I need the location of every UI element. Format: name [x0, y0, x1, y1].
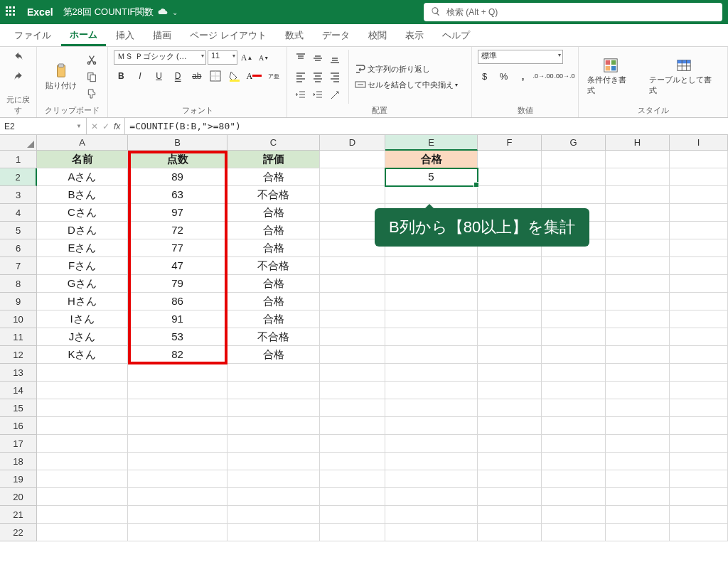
align-left-button[interactable]	[293, 69, 309, 85]
cell-A19[interactable]	[37, 470, 128, 488]
cell-D12[interactable]	[320, 346, 385, 364]
format-as-table-button[interactable]: テーブルとして書式	[646, 56, 722, 97]
align-top-button[interactable]	[293, 50, 309, 66]
cell-C10[interactable]: 合格	[228, 310, 320, 328]
row-header-22[interactable]: 22	[0, 524, 37, 541]
cell-E8[interactable]	[385, 275, 478, 293]
row-header-18[interactable]: 18	[0, 453, 37, 470]
cell-B19[interactable]	[128, 470, 228, 488]
cell-G19[interactable]	[542, 470, 606, 488]
cell-A8[interactable]: Gさん	[37, 275, 128, 293]
row-header-16[interactable]: 16	[0, 417, 37, 435]
formula-input[interactable]: =COUNTIF(B:B,">=80")	[125, 118, 728, 134]
cell-F16[interactable]	[478, 417, 542, 435]
cell-F10[interactable]	[478, 310, 542, 328]
number-format-select[interactable]: 標準	[478, 50, 563, 64]
cell-H15[interactable]	[606, 399, 670, 417]
cell-A14[interactable]	[37, 382, 128, 399]
tab-home[interactable]: ホーム	[61, 24, 106, 46]
cell-I8[interactable]	[670, 275, 728, 293]
row-header-21[interactable]: 21	[0, 506, 37, 524]
fx-icon[interactable]: fx	[114, 121, 120, 131]
underline-button[interactable]: U	[151, 68, 166, 84]
cell-B10[interactable]: 91	[128, 310, 228, 328]
column-header-D[interactable]: D	[320, 135, 385, 151]
column-header-C[interactable]: C	[228, 135, 320, 151]
font-size-select[interactable]: 11	[208, 50, 237, 65]
cell-C11[interactable]: 不合格	[228, 328, 320, 346]
row-header-12[interactable]: 12	[0, 346, 37, 364]
select-all-button[interactable]	[0, 135, 37, 151]
cell-F19[interactable]	[478, 470, 542, 488]
cell-H1[interactable]	[606, 151, 670, 168]
borders-button[interactable]	[208, 68, 223, 84]
cell-B18[interactable]	[128, 453, 228, 470]
row-header-11[interactable]: 11	[0, 328, 37, 346]
row-header-3[interactable]: 3	[0, 186, 37, 204]
cell-I10[interactable]	[670, 310, 728, 328]
cell-B21[interactable]	[128, 506, 228, 524]
cell-B9[interactable]: 86	[128, 293, 228, 310]
cell-D20[interactable]	[320, 488, 385, 506]
row-header-20[interactable]: 20	[0, 488, 37, 506]
cell-F9[interactable]	[478, 293, 542, 310]
cell-I13[interactable]	[670, 364, 728, 382]
cell-H16[interactable]	[606, 417, 670, 435]
cell-A18[interactable]	[37, 453, 128, 470]
cell-B6[interactable]: 77	[128, 239, 228, 257]
row-header-6[interactable]: 6	[0, 239, 37, 257]
cell-H21[interactable]	[606, 506, 670, 524]
cell-C7[interactable]: 不合格	[228, 257, 320, 275]
cell-A13[interactable]	[37, 364, 128, 382]
percent-button[interactable]: %	[497, 68, 510, 84]
row-header-10[interactable]: 10	[0, 310, 37, 328]
cell-B2[interactable]: 89	[128, 168, 228, 186]
document-title[interactable]: 第28回 COUNTIF関数 ⌄	[63, 6, 178, 18]
cell-D2[interactable]	[320, 168, 385, 186]
cell-A5[interactable]: Dさん	[37, 222, 128, 239]
merge-center-button[interactable]: セルを結合して中央揃え▾	[355, 79, 458, 90]
align-right-button[interactable]	[327, 69, 343, 85]
cell-C1[interactable]: 評価	[228, 151, 320, 168]
comma-button[interactable]: ,	[516, 68, 530, 84]
cell-C3[interactable]: 不合格	[228, 186, 320, 204]
increase-font-button[interactable]: A▲	[239, 50, 255, 65]
cell-D14[interactable]	[320, 382, 385, 399]
cell-C22[interactable]	[228, 524, 320, 541]
align-center-button[interactable]	[310, 69, 326, 85]
column-header-H[interactable]: H	[606, 135, 670, 151]
cell-H11[interactable]	[606, 328, 670, 346]
cell-A9[interactable]: Hさん	[37, 293, 128, 310]
cell-D13[interactable]	[320, 364, 385, 382]
cell-E9[interactable]	[385, 293, 478, 310]
cell-H17[interactable]	[606, 435, 670, 453]
cell-E14[interactable]	[385, 382, 478, 399]
row-header-1[interactable]: 1	[0, 151, 37, 168]
decrease-font-button[interactable]: A▼	[256, 50, 272, 65]
cell-G13[interactable]	[542, 364, 606, 382]
row-header-19[interactable]: 19	[0, 470, 37, 488]
cell-H9[interactable]	[606, 293, 670, 310]
cell-B20[interactable]	[128, 488, 228, 506]
cell-A21[interactable]	[37, 506, 128, 524]
cell-E10[interactable]	[385, 310, 478, 328]
cell-G18[interactable]	[542, 453, 606, 470]
cell-G11[interactable]	[542, 328, 606, 346]
name-box[interactable]: E2▼	[0, 118, 87, 134]
cell-I4[interactable]	[670, 204, 728, 222]
row-header-17[interactable]: 17	[0, 435, 37, 453]
cell-E13[interactable]	[385, 364, 478, 382]
cell-I21[interactable]	[670, 506, 728, 524]
cell-C14[interactable]	[228, 382, 320, 399]
cell-I19[interactable]	[670, 470, 728, 488]
cell-D3[interactable]	[320, 186, 385, 204]
cell-B15[interactable]	[128, 399, 228, 417]
cell-G17[interactable]	[542, 435, 606, 453]
cell-I11[interactable]	[670, 328, 728, 346]
cell-B11[interactable]: 53	[128, 328, 228, 346]
cell-D10[interactable]	[320, 310, 385, 328]
cell-I9[interactable]	[670, 293, 728, 310]
cell-B14[interactable]	[128, 382, 228, 399]
tab-formulas[interactable]: 数式	[277, 25, 312, 46]
row-header-7[interactable]: 7	[0, 257, 37, 275]
